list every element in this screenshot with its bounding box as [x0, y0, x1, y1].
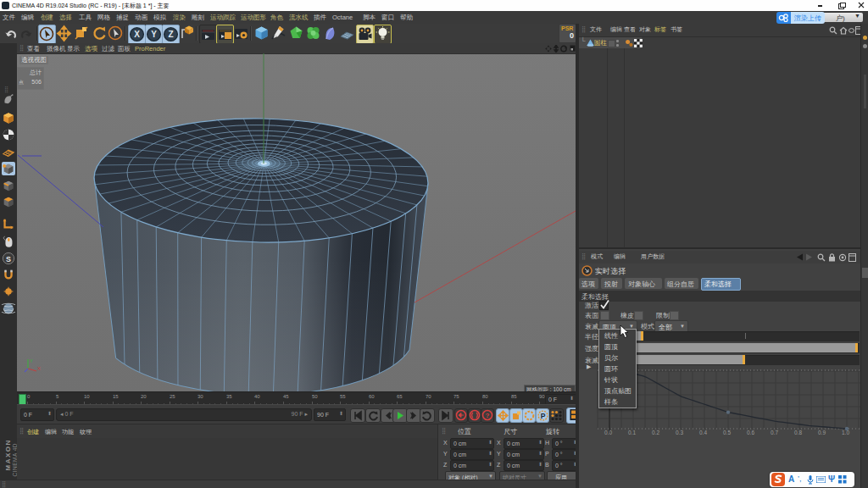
svg-text:Y: Y	[151, 30, 157, 39]
svg-text:Z: Z	[168, 30, 173, 39]
svg-text:S: S	[6, 255, 11, 263]
svg-text:X: X	[134, 30, 140, 39]
svg-text:Y: Y	[30, 358, 33, 363]
svg-text:P: P	[541, 412, 546, 420]
svg-text:X: X	[37, 366, 41, 371]
svg-text:?: ?	[486, 412, 490, 419]
